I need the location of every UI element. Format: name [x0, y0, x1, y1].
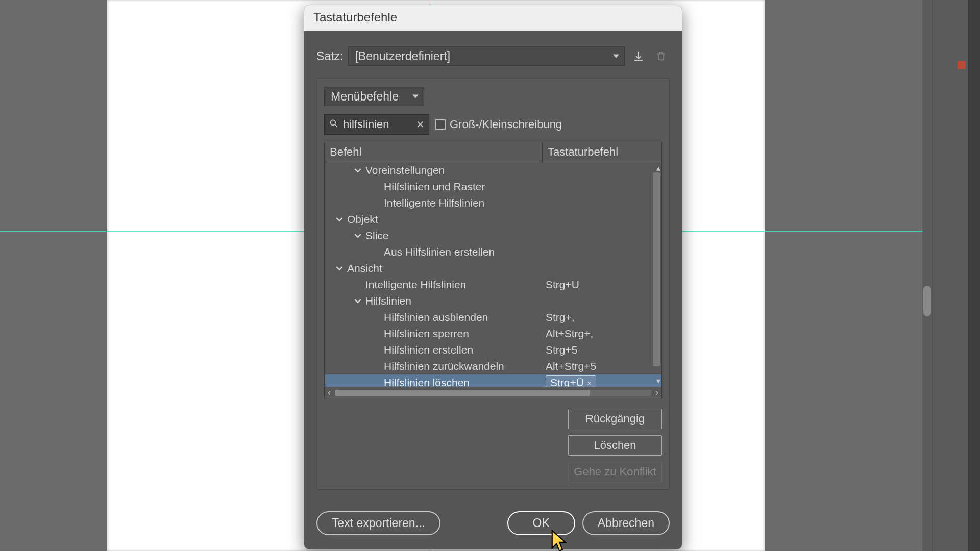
chevron-down-icon	[412, 95, 419, 98]
commands-table: Befehl Tastaturbefehl ▴ ▾ Voreinstellung…	[324, 142, 662, 398]
command-label: Hilfslinien	[365, 295, 411, 307]
hscroll[interactable]: ‹ ›	[325, 387, 662, 398]
table-row[interactable]: Hilfslinien ausblendenStrg+,	[325, 309, 662, 325]
main-scrollbar[interactable]	[922, 0, 932, 551]
dialog-footer: Text exportieren... OK Abbrechen	[316, 511, 670, 535]
table-row[interactable]: Objekt	[325, 211, 662, 228]
table-row[interactable]: Voreinstellungen	[325, 162, 662, 179]
table-row[interactable]: Aus Hilfslinien erstellen	[325, 244, 662, 260]
shortcut-cell[interactable]: Strg+Ü×	[543, 375, 662, 387]
command-label: Hilfslinien sperren	[384, 328, 469, 340]
command-type-select[interactable]: Menübefehle	[324, 87, 424, 106]
command-type-value: Menübefehle	[331, 90, 399, 104]
tree-leaf-spacer	[372, 182, 381, 191]
export-text-button[interactable]: Text exportieren...	[316, 511, 440, 535]
command-label: Voreinstellungen	[365, 164, 445, 177]
set-row: Satz: [Benutzerdefiniert]	[316, 46, 670, 66]
command-label: Slice	[365, 230, 389, 242]
tree-leaf-spacer	[372, 329, 381, 338]
hscroll-thumb[interactable]	[335, 390, 590, 396]
table-row[interactable]: Hilfslinien zurückwandelnAlt+Strg+5	[325, 358, 662, 374]
command-label: Hilfslinien und Raster	[384, 181, 485, 193]
chevron-down-icon[interactable]	[353, 296, 362, 306]
scroll-up-arrow[interactable]: ▴	[656, 163, 660, 173]
table-row[interactable]: Ansicht	[325, 260, 662, 277]
command-label: Intelligente Hilfslinien	[384, 197, 484, 209]
panel-dock-right	[968, 0, 980, 551]
chevron-down-icon	[613, 55, 619, 58]
clear-search-icon[interactable]: ✕	[416, 118, 425, 131]
shortcut-cell: Strg+5	[543, 344, 662, 356]
command-label: Aus Hilfslinien erstellen	[384, 246, 495, 258]
shortcut-cell: Alt+Strg+5	[543, 360, 662, 372]
tree-leaf-spacer	[353, 280, 362, 289]
table-header: Befehl Tastaturbefehl	[325, 142, 662, 162]
table-row[interactable]: Hilfslinien erstellenStrg+5	[325, 342, 662, 358]
table-row[interactable]: Intelligente HilfslinienStrg+U	[325, 277, 662, 293]
panel-strip-right	[932, 0, 968, 551]
svg-point-0	[330, 120, 335, 125]
shortcut-cell: Strg+,	[543, 311, 662, 323]
hscroll-left-arrow[interactable]: ‹	[328, 387, 331, 398]
command-label: Intelligente Hilfslinien	[365, 279, 466, 291]
command-label: Hilfslinien erstellen	[384, 344, 473, 356]
save-set-button[interactable]	[630, 47, 647, 65]
search-input-wrap[interactable]: ✕	[324, 114, 429, 135]
set-select-value: [Benutzerdefiniert]	[355, 49, 450, 63]
column-header-command[interactable]: Befehl	[325, 142, 543, 162]
undo-button[interactable]: Rückgängig	[568, 409, 662, 429]
scrollbar-thumb[interactable]	[923, 286, 931, 316]
chevron-down-icon[interactable]	[353, 166, 362, 175]
shortcut-chip[interactable]: Strg+Ü×	[546, 375, 596, 387]
table-body: ▴ ▾ VoreinstellungenHilfslinien und Rast…	[325, 162, 662, 387]
tree-leaf-spacer	[372, 247, 381, 257]
column-header-shortcut[interactable]: Tastaturbefehl	[543, 142, 662, 162]
keyboard-shortcuts-dialog: Tastaturbefehle Satz: [Benutzerdefiniert…	[304, 5, 682, 549]
table-row[interactable]: Intelligente Hilfslinien	[325, 195, 662, 211]
table-row[interactable]: Hilfslinien und Raster	[325, 179, 662, 195]
case-sensitive-label: Groß-/Kleinschreibung	[450, 118, 562, 131]
command-label: Hilfslinien ausblenden	[384, 311, 488, 323]
vscroll-thumb[interactable]	[653, 172, 660, 366]
table-row[interactable]: Hilfslinien sperrenAlt+Strg+,	[325, 325, 662, 342]
cancel-button[interactable]: Abbrechen	[582, 511, 670, 535]
vscroll-track[interactable]	[653, 172, 660, 377]
panel-swatch-icon[interactable]	[958, 61, 966, 69]
tree-leaf-spacer	[372, 362, 381, 371]
scroll-down-arrow[interactable]: ▾	[656, 376, 660, 386]
tree-leaf-spacer	[372, 313, 381, 322]
table-row[interactable]: Hilfslinien löschenStrg+Ü×	[325, 374, 662, 387]
delete-shortcut-button[interactable]: Löschen	[568, 435, 662, 456]
shortcut-text: Strg+Ü	[550, 377, 584, 387]
set-label: Satz:	[316, 49, 343, 63]
command-label: Hilfslinien löschen	[384, 377, 470, 387]
remove-shortcut-icon[interactable]: ×	[587, 379, 592, 387]
ok-button[interactable]: OK	[507, 511, 575, 535]
tree-leaf-spacer	[372, 345, 381, 355]
dialog-title: Tastaturbefehle	[304, 5, 682, 31]
commands-panel: Menübefehle ✕ Groß-/Kleinschreibung	[316, 78, 670, 490]
chevron-down-icon[interactable]	[335, 215, 344, 224]
command-label: Objekt	[347, 213, 378, 226]
goto-conflict-button: Gehe zu Konflikt	[568, 462, 662, 482]
chevron-down-icon[interactable]	[335, 264, 344, 273]
search-input[interactable]	[343, 118, 413, 131]
shortcut-cell: Strg+U	[543, 279, 662, 291]
shortcut-cell: Alt+Strg+,	[543, 328, 662, 340]
chevron-down-icon[interactable]	[353, 231, 362, 240]
case-sensitive-checkbox[interactable]: Groß-/Kleinschreibung	[435, 118, 562, 131]
set-select[interactable]: [Benutzerdefiniert]	[348, 46, 625, 66]
tree-leaf-spacer	[372, 198, 381, 208]
command-label: Hilfslinien zurückwandeln	[384, 360, 504, 372]
table-row[interactable]: Hilfslinien	[325, 293, 662, 309]
search-icon	[329, 118, 339, 131]
hscroll-right-arrow[interactable]: ›	[655, 387, 658, 398]
delete-set-button	[652, 47, 670, 65]
checkbox-box[interactable]	[435, 119, 446, 130]
tree-leaf-spacer	[372, 378, 381, 387]
command-label: Ansicht	[347, 262, 382, 274]
table-row[interactable]: Slice	[325, 228, 662, 244]
